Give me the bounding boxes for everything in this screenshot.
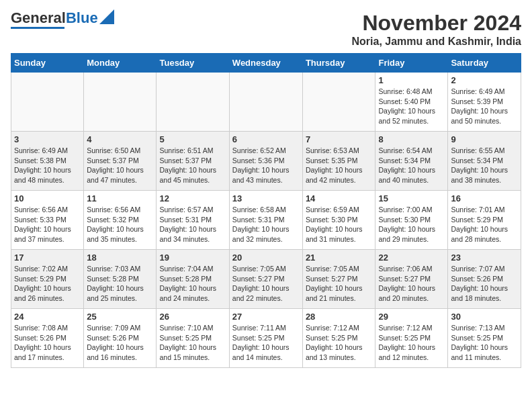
calendar-cell: 18Sunrise: 7:03 AM Sunset: 5:28 PM Dayli… <box>84 250 157 309</box>
day-number: 25 <box>87 312 153 322</box>
calendar-cell: 16Sunrise: 7:01 AM Sunset: 5:29 PM Dayli… <box>448 191 521 250</box>
day-number: 6 <box>232 134 300 144</box>
day-number: 11 <box>87 193 153 203</box>
day-info: Sunrise: 7:02 AM Sunset: 5:29 PM Dayligh… <box>14 264 81 304</box>
day-info: Sunrise: 6:52 AM Sunset: 5:36 PM Dayligh… <box>232 146 300 185</box>
day-number: 4 <box>87 134 153 144</box>
calendar-cell: 25Sunrise: 7:09 AM Sunset: 5:26 PM Dayli… <box>84 309 157 368</box>
logo-icon <box>99 9 114 24</box>
day-number: 9 <box>451 134 518 144</box>
day-info: Sunrise: 7:13 AM Sunset: 5:25 PM Dayligh… <box>451 323 518 363</box>
calendar-cell: 5Sunrise: 6:51 AM Sunset: 5:37 PM Daylig… <box>157 132 229 191</box>
calendar-cell: 27Sunrise: 7:11 AM Sunset: 5:25 PM Dayli… <box>229 309 302 368</box>
day-number: 19 <box>159 253 226 263</box>
calendar-cell: 6Sunrise: 6:52 AM Sunset: 5:36 PM Daylig… <box>229 132 302 191</box>
calendar-table: Sunday Monday Tuesday Wednesday Thursday… <box>11 53 521 368</box>
day-info: Sunrise: 6:56 AM Sunset: 5:32 PM Dayligh… <box>87 205 153 244</box>
day-info: Sunrise: 7:00 AM Sunset: 5:30 PM Dayligh… <box>378 205 445 244</box>
day-info: Sunrise: 7:08 AM Sunset: 5:26 PM Dayligh… <box>14 323 81 363</box>
day-number: 23 <box>451 253 518 263</box>
calendar-cell: 4Sunrise: 6:50 AM Sunset: 5:37 PM Daylig… <box>84 132 157 191</box>
day-number: 29 <box>378 312 445 322</box>
day-info: Sunrise: 6:50 AM Sunset: 5:37 PM Dayligh… <box>87 146 153 185</box>
col-friday: Friday <box>375 54 448 73</box>
day-number: 8 <box>378 134 445 144</box>
day-number: 17 <box>14 253 81 263</box>
calendar-cell: 7Sunrise: 6:53 AM Sunset: 5:35 PM Daylig… <box>302 132 375 191</box>
calendar-cell: 17Sunrise: 7:02 AM Sunset: 5:29 PM Dayli… <box>11 250 84 309</box>
day-number: 24 <box>14 312 81 322</box>
day-number: 15 <box>378 193 445 203</box>
day-info: Sunrise: 6:53 AM Sunset: 5:35 PM Dayligh… <box>306 146 373 185</box>
calendar-cell: 15Sunrise: 7:00 AM Sunset: 5:30 PM Dayli… <box>375 191 448 250</box>
logo-underline <box>11 27 64 29</box>
day-number: 16 <box>451 193 518 203</box>
calendar-cell <box>302 73 375 132</box>
calendar-cell: 8Sunrise: 6:54 AM Sunset: 5:34 PM Daylig… <box>375 132 448 191</box>
calendar-cell <box>229 73 302 132</box>
day-info: Sunrise: 6:55 AM Sunset: 5:34 PM Dayligh… <box>451 146 518 185</box>
calendar-cell: 10Sunrise: 6:56 AM Sunset: 5:33 PM Dayli… <box>11 191 84 250</box>
calendar-cell: 28Sunrise: 7:12 AM Sunset: 5:25 PM Dayli… <box>302 309 375 368</box>
day-number: 7 <box>306 134 373 144</box>
calendar-cell: 30Sunrise: 7:13 AM Sunset: 5:25 PM Dayli… <box>448 309 521 368</box>
col-thursday: Thursday <box>302 54 375 73</box>
day-info: Sunrise: 7:07 AM Sunset: 5:26 PM Dayligh… <box>451 264 518 304</box>
day-info: Sunrise: 7:05 AM Sunset: 5:27 PM Dayligh… <box>232 264 300 304</box>
day-info: Sunrise: 6:57 AM Sunset: 5:31 PM Dayligh… <box>159 205 226 244</box>
day-number: 5 <box>159 134 226 144</box>
day-number: 3 <box>14 134 81 144</box>
calendar-cell: 29Sunrise: 7:12 AM Sunset: 5:25 PM Dayli… <box>375 309 448 368</box>
day-info: Sunrise: 7:12 AM Sunset: 5:25 PM Dayligh… <box>378 323 445 363</box>
calendar-cell: 19Sunrise: 7:04 AM Sunset: 5:28 PM Dayli… <box>157 250 229 309</box>
day-info: Sunrise: 7:06 AM Sunset: 5:27 PM Dayligh… <box>378 264 445 304</box>
calendar-week-5: 24Sunrise: 7:08 AM Sunset: 5:26 PM Dayli… <box>11 309 521 368</box>
title-area: November 2024 Noria, Jammu and Kashmir, … <box>351 11 521 48</box>
calendar-cell: 3Sunrise: 6:49 AM Sunset: 5:38 PM Daylig… <box>11 132 84 191</box>
calendar-cell: 21Sunrise: 7:05 AM Sunset: 5:27 PM Dayli… <box>302 250 375 309</box>
calendar-week-2: 3Sunrise: 6:49 AM Sunset: 5:38 PM Daylig… <box>11 132 521 191</box>
calendar-cell <box>84 73 157 132</box>
day-info: Sunrise: 7:03 AM Sunset: 5:28 PM Dayligh… <box>87 264 153 304</box>
calendar-cell: 1Sunrise: 6:48 AM Sunset: 5:40 PM Daylig… <box>375 73 448 132</box>
day-number: 10 <box>14 193 81 203</box>
day-info: Sunrise: 6:59 AM Sunset: 5:30 PM Dayligh… <box>306 205 373 244</box>
logo-text: GeneralBlue <box>11 11 98 26</box>
day-number: 28 <box>306 312 373 322</box>
calendar-cell: 11Sunrise: 6:56 AM Sunset: 5:32 PM Dayli… <box>84 191 157 250</box>
month-title: November 2024 <box>351 11 521 36</box>
svg-marker-0 <box>99 9 114 24</box>
day-number: 1 <box>378 75 445 85</box>
day-number: 2 <box>451 75 518 85</box>
calendar-week-4: 17Sunrise: 7:02 AM Sunset: 5:29 PM Dayli… <box>11 250 521 309</box>
calendar-cell: 12Sunrise: 6:57 AM Sunset: 5:31 PM Dayli… <box>157 191 229 250</box>
day-number: 14 <box>306 193 373 203</box>
day-info: Sunrise: 6:48 AM Sunset: 5:40 PM Dayligh… <box>378 87 445 126</box>
calendar-cell: 2Sunrise: 6:49 AM Sunset: 5:39 PM Daylig… <box>448 73 521 132</box>
calendar-header-row: Sunday Monday Tuesday Wednesday Thursday… <box>11 54 521 73</box>
calendar-cell: 14Sunrise: 6:59 AM Sunset: 5:30 PM Dayli… <box>302 191 375 250</box>
day-number: 12 <box>159 193 226 203</box>
day-number: 18 <box>87 253 153 263</box>
day-number: 13 <box>232 193 300 203</box>
calendar-cell <box>11 73 84 132</box>
calendar-cell: 26Sunrise: 7:10 AM Sunset: 5:25 PM Dayli… <box>157 309 229 368</box>
day-number: 26 <box>159 312 226 322</box>
day-number: 21 <box>306 253 373 263</box>
day-info: Sunrise: 6:56 AM Sunset: 5:33 PM Dayligh… <box>14 205 81 244</box>
day-info: Sunrise: 7:04 AM Sunset: 5:28 PM Dayligh… <box>159 264 226 304</box>
col-sunday: Sunday <box>11 54 84 73</box>
day-info: Sunrise: 7:09 AM Sunset: 5:26 PM Dayligh… <box>87 323 153 363</box>
col-saturday: Saturday <box>448 54 521 73</box>
col-wednesday: Wednesday <box>229 54 302 73</box>
day-info: Sunrise: 6:51 AM Sunset: 5:37 PM Dayligh… <box>159 146 226 185</box>
day-info: Sunrise: 7:10 AM Sunset: 5:25 PM Dayligh… <box>159 323 226 363</box>
col-tuesday: Tuesday <box>157 54 229 73</box>
day-info: Sunrise: 7:11 AM Sunset: 5:25 PM Dayligh… <box>232 323 300 363</box>
day-number: 30 <box>451 312 518 322</box>
day-info: Sunrise: 6:49 AM Sunset: 5:39 PM Dayligh… <box>451 87 518 126</box>
calendar-week-3: 10Sunrise: 6:56 AM Sunset: 5:33 PM Dayli… <box>11 191 521 250</box>
calendar-cell: 24Sunrise: 7:08 AM Sunset: 5:26 PM Dayli… <box>11 309 84 368</box>
page-header: GeneralBlue November 2024 Noria, Jammu a… <box>11 11 521 48</box>
day-info: Sunrise: 6:58 AM Sunset: 5:31 PM Dayligh… <box>232 205 300 244</box>
